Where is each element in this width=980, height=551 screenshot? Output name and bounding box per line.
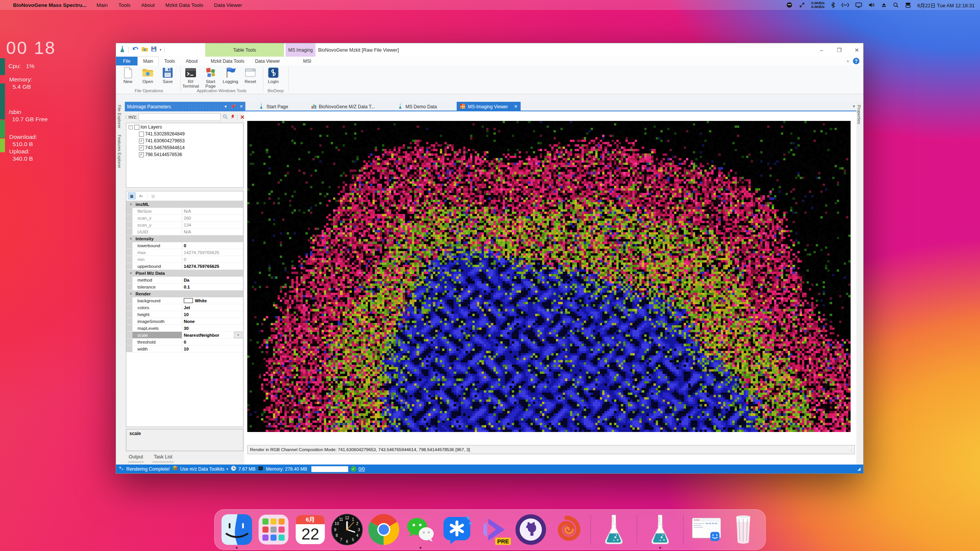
panel-header[interactable]: MsImage Parameters ▾ 📌 ✕ xyxy=(125,102,245,111)
dock-icon-spiral-shell[interactable] xyxy=(552,514,584,546)
tree-root-label[interactable]: Ion Layers xyxy=(140,124,162,130)
ribbon-tab-tools[interactable]: Tools xyxy=(159,57,180,65)
ion-layer-row[interactable]: 741.530289264849 xyxy=(126,131,243,137)
dock-icon-window-preview[interactable] xyxy=(691,514,723,546)
mz-search-input[interactable] xyxy=(139,113,220,121)
display-icon[interactable] xyxy=(855,2,862,8)
property-value[interactable]: 0 xyxy=(184,243,186,248)
chevron-down-icon[interactable]: ˅ xyxy=(126,237,136,241)
dock-icon-clock[interactable]: 121234567891011 xyxy=(331,514,363,546)
dock-icon-vs-preview[interactable]: PRE xyxy=(478,514,510,546)
side-tab-file-explorer[interactable]: File Explorer xyxy=(116,102,123,132)
ribbon-tab-main[interactable]: Main xyxy=(137,57,159,65)
property-row-threshold[interactable]: threshold0 xyxy=(126,339,243,346)
contextual-tab-table-tools[interactable]: Table Tools xyxy=(205,43,284,57)
maximize-button[interactable]: ❒ xyxy=(836,47,843,53)
close-button[interactable]: ✕ xyxy=(853,47,860,53)
categorized-view-icon[interactable]: ▦ xyxy=(128,192,136,199)
dock-icon-calendar[interactable]: 6月22 xyxy=(294,514,327,546)
statusbar-resize-grip[interactable]: ◢ xyxy=(858,466,861,471)
side-tab-features-explorer[interactable]: Features Explorer xyxy=(116,132,123,171)
status-item-rendering-complete-[interactable]: Rendering Complete! xyxy=(118,465,170,473)
chevron-down-icon[interactable]: ˅ xyxy=(126,271,136,275)
property-row-lowerbound[interactable]: lowerbound0 xyxy=(126,242,243,249)
r#-terminal-button[interactable]: R# Terminal xyxy=(181,67,200,88)
ion-layer-row[interactable]: ✓798.54144578536 xyxy=(126,152,243,158)
doc-tab-ms-demo-data[interactable]: MS Demo Data xyxy=(395,102,440,111)
ion-layer-row[interactable]: ✓741.630604279653 xyxy=(126,138,243,144)
new-button[interactable]: New xyxy=(118,67,137,84)
contextual-tab-ms-imaging[interactable]: MS Imaging xyxy=(286,43,315,57)
side-tab-properties[interactable]: Properties xyxy=(856,102,862,127)
network-icon[interactable] xyxy=(841,2,849,8)
property-row-height[interactable]: height10 xyxy=(126,311,243,318)
property-value[interactable]: 10 xyxy=(184,312,189,317)
property-row-min[interactable]: min0 xyxy=(126,256,243,263)
logging-button[interactable]: Logging xyxy=(221,67,240,84)
dock-icon-finder[interactable] xyxy=(221,514,253,546)
save-icon[interactable] xyxy=(151,46,157,53)
ribbon-tab-data-viewer[interactable]: Data Viewer xyxy=(250,57,285,65)
property-value[interactable]: 10 xyxy=(184,347,189,351)
menu-item-about[interactable]: About xyxy=(141,2,155,8)
property-row-max[interactable]: max14274.759765625 xyxy=(126,249,243,256)
dock-icon-chat-asterisk[interactable] xyxy=(441,514,474,546)
doc-tab-start-page[interactable]: Start Page xyxy=(256,102,291,111)
task-counter-link[interactable]: 0/0 xyxy=(359,466,365,472)
panel-dropdown-icon[interactable]: ▾ xyxy=(225,104,227,109)
property-row-imagesmooth[interactable]: imageSmoothNone xyxy=(126,318,243,325)
menu-clock[interactable]: 6月22日 Tue AM 12:18:31 xyxy=(917,2,975,9)
property-row-scale[interactable]: scaleNearestNeighbor˅ xyxy=(126,332,243,339)
property-category-pixel-m-z-data[interactable]: ˅Pixel M/z Data xyxy=(126,270,243,277)
tree-root-row[interactable]: −Ion Layers xyxy=(126,124,243,130)
dock-icon-github[interactable] xyxy=(515,514,547,546)
ribbon-collapse-icon[interactable]: ˄ xyxy=(847,59,849,64)
property-value[interactable]: Jet xyxy=(184,305,190,310)
property-value[interactable]: White xyxy=(195,298,207,303)
resize-arrows-icon[interactable] xyxy=(799,2,805,8)
property-row-width[interactable]: width10 xyxy=(126,346,243,352)
help-icon[interactable]: ? xyxy=(853,58,859,64)
undo-icon[interactable] xyxy=(132,46,139,53)
reset-button[interactable]: Reset xyxy=(241,67,260,84)
property-row-scan_y[interactable]: scan_y134 xyxy=(126,222,243,228)
menu-item-data-viewer[interactable]: Data Viewer xyxy=(214,2,242,8)
dock-icon-flask-a[interactable] xyxy=(598,514,630,546)
search-mz-icon[interactable] xyxy=(222,114,228,121)
dock-icon-flask-b[interactable] xyxy=(644,514,676,546)
dropdown-combo-icon[interactable]: ˅ xyxy=(234,332,242,338)
minimize-button[interactable]: – xyxy=(818,47,825,53)
property-row-maplevels[interactable]: mapLevels30 xyxy=(126,325,243,332)
ribbon-tab-msi[interactable]: MSI xyxy=(292,57,322,65)
dock-icon-wechat[interactable] xyxy=(405,514,437,546)
bluetooth-icon[interactable] xyxy=(831,2,835,8)
bottom-tab-output[interactable]: Output xyxy=(128,454,144,463)
property-row-scan_x[interactable]: scan_x260 xyxy=(126,215,243,222)
property-category-render[interactable]: ˅Render xyxy=(126,290,243,297)
dock-icon-trash[interactable] xyxy=(727,514,760,546)
menu-item-main[interactable]: Main xyxy=(96,2,108,8)
ion-layer-checkbox[interactable]: ✓ xyxy=(139,145,144,150)
save-button[interactable]: Save xyxy=(158,67,177,84)
property-value[interactable]: Da xyxy=(184,278,189,282)
resize-grip-icon[interactable]: .: xyxy=(850,448,852,452)
property-value[interactable]: None xyxy=(184,319,195,324)
search-icon[interactable] xyxy=(893,2,899,8)
start-page-button[interactable]: Start Page xyxy=(201,67,220,88)
property-value[interactable]: NearestNeighbor xyxy=(184,333,219,337)
ribbon-tab-mzkit-data-tools[interactable]: Mzkit Data Tools xyxy=(205,57,250,65)
property-row-tolerance[interactable]: tolerance0.1 xyxy=(126,284,243,290)
status-item-use-m-z-data-toolkits[interactable]: Use m/z Data Toolkits▾ xyxy=(172,465,228,473)
tree-expander-icon[interactable]: − xyxy=(129,125,133,129)
property-row-filesize[interactable]: fileSizeN/A xyxy=(126,208,243,215)
menu-item-mzkit-data-tools[interactable]: Mzkit Data Tools xyxy=(165,2,203,8)
login-button[interactable]: Login xyxy=(264,67,283,84)
property-row-colors[interactable]: colorsJet xyxy=(126,304,243,311)
bottom-tab-task-list[interactable]: Task List xyxy=(152,454,174,463)
property-category-imzml[interactable]: ˅imzML xyxy=(126,201,243,208)
status-item-7-67-mb[interactable]: 7.67 MB xyxy=(230,465,256,473)
shades-icon[interactable] xyxy=(786,2,793,8)
tab-overflow-icon[interactable]: ▾ xyxy=(853,104,855,108)
property-value[interactable]: 14274.759765625 xyxy=(184,264,219,269)
property-row-background[interactable]: backgroundWhite xyxy=(126,297,243,304)
